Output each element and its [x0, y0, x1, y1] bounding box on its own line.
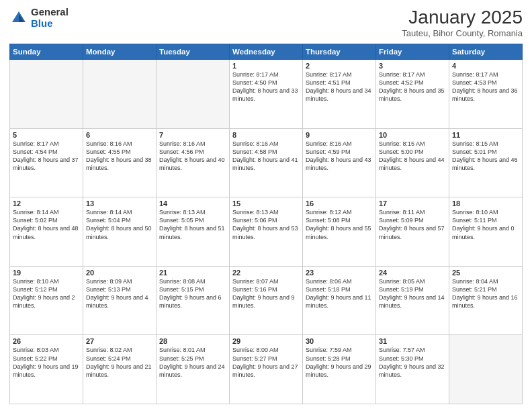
day-cell [157, 60, 230, 129]
subtitle: Tauteu, Bihor County, Romania [402, 28, 523, 38]
week-row-0: 1Sunrise: 8:17 AM Sunset: 4:50 PM Daylig… [10, 60, 523, 129]
day-cell: 5Sunrise: 8:17 AM Sunset: 4:54 PM Daylig… [10, 128, 83, 197]
day-cell [10, 60, 83, 129]
weekday-header-monday: Monday [83, 44, 157, 60]
day-cell: 9Sunrise: 8:16 AM Sunset: 4:59 PM Daylig… [303, 128, 376, 197]
day-cell: 22Sunrise: 8:07 AM Sunset: 5:16 PM Dayli… [230, 266, 303, 335]
logo-general: General [31, 7, 69, 18]
day-cell: 21Sunrise: 8:08 AM Sunset: 5:15 PM Dayli… [157, 266, 230, 335]
day-number: 23 [306, 269, 373, 277]
day-cell: 16Sunrise: 8:12 AM Sunset: 5:08 PM Dayli… [303, 197, 376, 267]
day-number: 1 [232, 62, 300, 70]
day-number: 8 [232, 131, 300, 139]
day-info: Sunrise: 8:16 AM Sunset: 4:55 PM Dayligh… [86, 140, 153, 173]
day-info: Sunrise: 8:13 AM Sunset: 5:05 PM Dayligh… [159, 208, 226, 241]
day-number: 11 [452, 131, 519, 139]
day-cell: 27Sunrise: 8:02 AM Sunset: 5:24 PM Dayli… [83, 335, 157, 404]
day-info: Sunrise: 8:05 AM Sunset: 5:19 PM Dayligh… [379, 277, 446, 310]
day-cell: 26Sunrise: 8:03 AM Sunset: 5:22 PM Dayli… [10, 335, 83, 404]
day-number: 10 [379, 131, 446, 139]
day-info: Sunrise: 8:03 AM Sunset: 5:22 PM Dayligh… [13, 346, 80, 379]
day-cell: 31Sunrise: 7:57 AM Sunset: 5:30 PM Dayli… [376, 335, 449, 404]
day-info: Sunrise: 8:00 AM Sunset: 5:27 PM Dayligh… [232, 346, 300, 379]
day-cell: 3Sunrise: 8:17 AM Sunset: 4:52 PM Daylig… [376, 60, 449, 129]
day-number: 19 [13, 269, 80, 277]
day-cell: 13Sunrise: 8:14 AM Sunset: 5:04 PM Dayli… [83, 197, 157, 267]
day-number: 7 [159, 131, 226, 139]
day-info: Sunrise: 8:10 AM Sunset: 5:11 PM Dayligh… [452, 208, 519, 241]
day-number: 16 [306, 199, 373, 208]
day-cell: 30Sunrise: 7:59 AM Sunset: 5:28 PM Dayli… [303, 335, 376, 404]
day-cell: 6Sunrise: 8:16 AM Sunset: 4:55 PM Daylig… [83, 128, 157, 197]
day-number: 12 [13, 199, 80, 208]
day-info: Sunrise: 8:11 AM Sunset: 5:09 PM Dayligh… [379, 208, 446, 241]
day-info: Sunrise: 8:12 AM Sunset: 5:08 PM Dayligh… [306, 208, 373, 241]
header: General Blue January 2025 Tauteu, Bihor … [9, 7, 523, 38]
day-number: 3 [379, 62, 446, 70]
day-cell: 1Sunrise: 8:17 AM Sunset: 4:50 PM Daylig… [230, 60, 303, 129]
day-number: 13 [86, 199, 153, 208]
day-cell: 29Sunrise: 8:00 AM Sunset: 5:27 PM Dayli… [230, 335, 303, 404]
day-number: 5 [13, 131, 80, 139]
day-cell: 12Sunrise: 8:14 AM Sunset: 5:02 PM Dayli… [10, 197, 83, 267]
day-cell: 10Sunrise: 8:15 AM Sunset: 5:00 PM Dayli… [376, 128, 449, 197]
day-info: Sunrise: 8:17 AM Sunset: 4:53 PM Dayligh… [452, 71, 519, 103]
day-number: 2 [306, 62, 373, 70]
day-number: 31 [379, 337, 446, 345]
day-cell: 7Sunrise: 8:16 AM Sunset: 4:56 PM Daylig… [157, 128, 230, 197]
weekday-header-sunday: Sunday [10, 44, 83, 60]
weekday-header-saturday: Saturday [449, 44, 523, 60]
day-number: 17 [379, 199, 446, 208]
day-number: 15 [232, 199, 300, 208]
day-info: Sunrise: 7:59 AM Sunset: 5:28 PM Dayligh… [306, 346, 373, 379]
day-cell: 18Sunrise: 8:10 AM Sunset: 5:11 PM Dayli… [449, 197, 523, 267]
day-info: Sunrise: 8:16 AM Sunset: 4:59 PM Dayligh… [306, 140, 373, 173]
week-row-2: 12Sunrise: 8:14 AM Sunset: 5:02 PM Dayli… [10, 197, 523, 267]
day-cell: 23Sunrise: 8:06 AM Sunset: 5:18 PM Dayli… [303, 266, 376, 335]
day-info: Sunrise: 8:10 AM Sunset: 5:12 PM Dayligh… [13, 277, 80, 310]
day-cell: 20Sunrise: 8:09 AM Sunset: 5:13 PM Dayli… [83, 266, 157, 335]
day-info: Sunrise: 8:17 AM Sunset: 4:50 PM Dayligh… [232, 71, 300, 103]
day-info: Sunrise: 8:02 AM Sunset: 5:24 PM Dayligh… [86, 346, 153, 379]
day-info: Sunrise: 8:16 AM Sunset: 4:58 PM Dayligh… [232, 140, 300, 173]
day-number: 29 [232, 337, 300, 345]
day-cell: 4Sunrise: 8:17 AM Sunset: 4:53 PM Daylig… [449, 60, 523, 129]
day-cell: 15Sunrise: 8:13 AM Sunset: 5:06 PM Dayli… [230, 197, 303, 267]
day-info: Sunrise: 8:16 AM Sunset: 4:56 PM Dayligh… [159, 140, 226, 173]
day-number: 27 [86, 337, 153, 345]
day-number: 30 [306, 337, 373, 345]
day-cell [449, 335, 523, 404]
weekday-header-tuesday: Tuesday [157, 44, 230, 60]
day-number: 24 [379, 269, 446, 277]
title-block: January 2025 Tauteu, Bihor County, Roman… [402, 7, 523, 38]
day-cell [83, 60, 157, 129]
day-info: Sunrise: 8:04 AM Sunset: 5:21 PM Dayligh… [452, 277, 519, 310]
logo-text: General Blue [31, 7, 69, 29]
page: General Blue January 2025 Tauteu, Bihor … [0, 0, 532, 411]
week-row-4: 26Sunrise: 8:03 AM Sunset: 5:22 PM Dayli… [10, 335, 523, 404]
day-cell: 2Sunrise: 8:17 AM Sunset: 4:51 PM Daylig… [303, 60, 376, 129]
day-info: Sunrise: 8:14 AM Sunset: 5:02 PM Dayligh… [13, 208, 80, 241]
day-number: 25 [452, 269, 519, 277]
day-number: 6 [86, 131, 153, 139]
day-cell: 17Sunrise: 8:11 AM Sunset: 5:09 PM Dayli… [376, 197, 449, 267]
logo-icon [9, 9, 28, 28]
calendar-table: SundayMondayTuesdayWednesdayThursdayFrid… [9, 44, 523, 404]
weekday-header-wednesday: Wednesday [230, 44, 303, 60]
day-info: Sunrise: 8:13 AM Sunset: 5:06 PM Dayligh… [232, 208, 300, 241]
day-info: Sunrise: 8:09 AM Sunset: 5:13 PM Dayligh… [86, 277, 153, 310]
logo-blue: Blue [31, 18, 69, 30]
weekday-header-row: SundayMondayTuesdayWednesdayThursdayFrid… [10, 44, 523, 60]
weekday-header-friday: Friday [376, 44, 449, 60]
day-cell: 19Sunrise: 8:10 AM Sunset: 5:12 PM Dayli… [10, 266, 83, 335]
day-info: Sunrise: 8:08 AM Sunset: 5:15 PM Dayligh… [159, 277, 226, 310]
day-info: Sunrise: 8:14 AM Sunset: 5:04 PM Dayligh… [86, 208, 153, 241]
day-info: Sunrise: 8:17 AM Sunset: 4:51 PM Dayligh… [306, 71, 373, 103]
day-info: Sunrise: 8:17 AM Sunset: 4:54 PM Dayligh… [13, 140, 80, 173]
day-number: 21 [159, 269, 226, 277]
day-cell: 8Sunrise: 8:16 AM Sunset: 4:58 PM Daylig… [230, 128, 303, 197]
day-number: 26 [13, 337, 80, 345]
day-number: 4 [452, 62, 519, 70]
day-info: Sunrise: 8:15 AM Sunset: 5:00 PM Dayligh… [379, 140, 446, 173]
day-cell: 14Sunrise: 8:13 AM Sunset: 5:05 PM Dayli… [157, 197, 230, 267]
